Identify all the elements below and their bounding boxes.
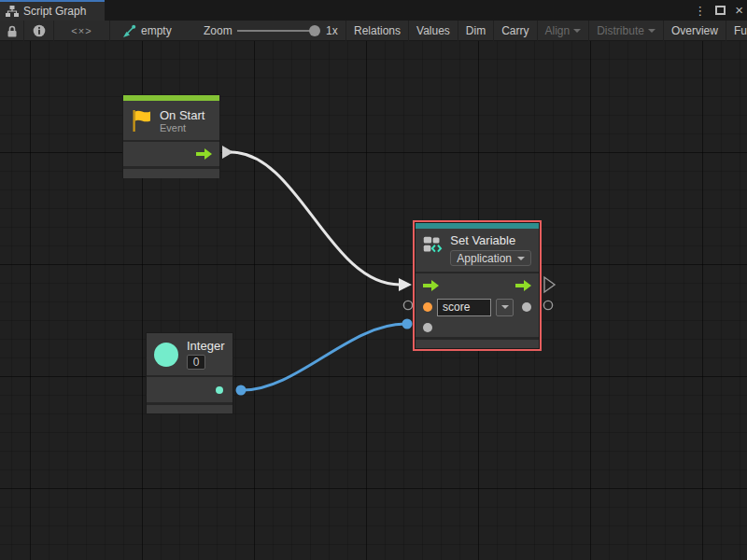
selection-label: empty <box>141 24 172 37</box>
wires-layer <box>0 41 747 560</box>
lock-button[interactable] <box>0 21 24 41</box>
titlebar: Script Graph ⋮ × <box>0 0 747 21</box>
values-button[interactable]: Values <box>408 21 458 41</box>
node-integer[interactable]: Integer 0 <box>147 333 233 413</box>
scope-value: Application <box>457 252 512 265</box>
chevron-down-icon <box>648 29 655 33</box>
zoom-slider-track[interactable] <box>237 30 317 32</box>
close-icon[interactable]: × <box>735 6 743 15</box>
value-output-port-indicator[interactable] <box>236 385 247 396</box>
on-start-port-row <box>123 142 219 166</box>
control-output-unconnected-indicator[interactable] <box>544 277 555 292</box>
tab-script-graph[interactable]: Script Graph <box>0 0 105 21</box>
variable-name-value: score <box>443 301 470 314</box>
variable-name-row: score <box>416 296 539 318</box>
variable-name-field[interactable]: score <box>437 299 491 316</box>
name-input-port[interactable] <box>423 302 432 312</box>
info-button[interactable] <box>24 21 54 41</box>
node-set-variable[interactable]: Set Variable Application <box>416 223 539 348</box>
overview-button[interactable]: Overview <box>663 21 726 41</box>
integer-icon <box>154 343 178 367</box>
on-start-header: On Start Event <box>123 101 219 140</box>
relations-button[interactable]: Relations <box>345 21 408 41</box>
graph-pointer-icon <box>121 24 136 38</box>
value-output-unconnected-indicator[interactable] <box>543 301 552 309</box>
control-input-port[interactable] <box>423 280 439 291</box>
variable-name-dropdown-button[interactable] <box>496 299 514 316</box>
info-icon <box>33 24 46 37</box>
control-output-port-indicator[interactable] <box>222 146 233 159</box>
chevron-down-icon <box>501 305 509 309</box>
integer-header: Integer 0 <box>147 333 233 375</box>
menu-icon[interactable]: ⋮ <box>694 4 706 18</box>
integer-value-field[interactable]: 0 <box>187 355 205 370</box>
control-port-row <box>416 275 539 296</box>
code-icon: <×> <box>71 25 92 36</box>
flag-icon <box>131 108 152 133</box>
control-output-port[interactable] <box>196 148 212 160</box>
zoom-label: Zoom <box>204 24 233 37</box>
node-title: On Start <box>160 108 204 122</box>
variable-scope-dropdown[interactable]: Application <box>450 250 531 266</box>
value-output-port[interactable] <box>216 386 223 394</box>
graph-canvas[interactable]: On Start Event <box>0 41 747 560</box>
full-screen-button[interactable]: Full Screen <box>726 21 747 41</box>
dim-button[interactable]: Dim <box>458 21 493 41</box>
align-button[interactable]: Align <box>537 21 589 41</box>
control-wire <box>231 152 400 285</box>
zoom-value: 1x <box>326 24 338 37</box>
carry-button[interactable]: Carry <box>493 21 536 41</box>
control-wire-arrowhead <box>399 278 412 291</box>
selection-outline: Set Variable Application <box>413 220 542 351</box>
value-wire <box>243 324 405 390</box>
value-input-port-indicator[interactable] <box>402 319 413 329</box>
node-title: Set Variable <box>450 233 531 247</box>
distribute-button[interactable]: Distribute <box>588 21 663 41</box>
set-variable-header: Set Variable Application <box>416 229 539 272</box>
integer-value: 0 <box>193 356 200 369</box>
node-subtitle: Event <box>160 122 204 133</box>
control-output-port[interactable] <box>515 280 531 291</box>
node-footer <box>147 402 233 413</box>
node-title: Integer <box>187 339 224 353</box>
integer-port-row <box>147 377 233 402</box>
variables-icon <box>423 233 443 256</box>
value-output-port[interactable] <box>522 302 531 312</box>
maximize-icon[interactable] <box>715 6 726 15</box>
value-input-row <box>416 318 539 337</box>
window-controls: ⋮ × <box>694 0 743 21</box>
zoom-slider-knob[interactable] <box>309 25 320 36</box>
node-on-start[interactable]: On Start Event <box>123 95 219 177</box>
chevron-down-icon <box>517 257 525 260</box>
node-footer <box>123 166 219 178</box>
divider <box>416 272 539 273</box>
graph-icon <box>6 6 19 17</box>
tab-label: Script Graph <box>23 5 86 18</box>
node-footer <box>416 337 539 348</box>
name-input-unconnected-indicator[interactable] <box>403 301 412 309</box>
toolbar-buttons: Relations Values Dim Carry Align Distrib… <box>345 21 747 41</box>
script-graph-window: Script Graph ⋮ × <×> <box>0 0 747 560</box>
chevron-down-icon <box>573 29 581 33</box>
value-input-port[interactable] <box>423 323 432 332</box>
code-button[interactable]: <×> <box>54 21 110 41</box>
selection-indicator: empty <box>110 21 172 41</box>
lock-icon <box>6 24 19 38</box>
toolbar: <×> empty Zoom 1x Relations Values Dim C… <box>0 21 747 41</box>
